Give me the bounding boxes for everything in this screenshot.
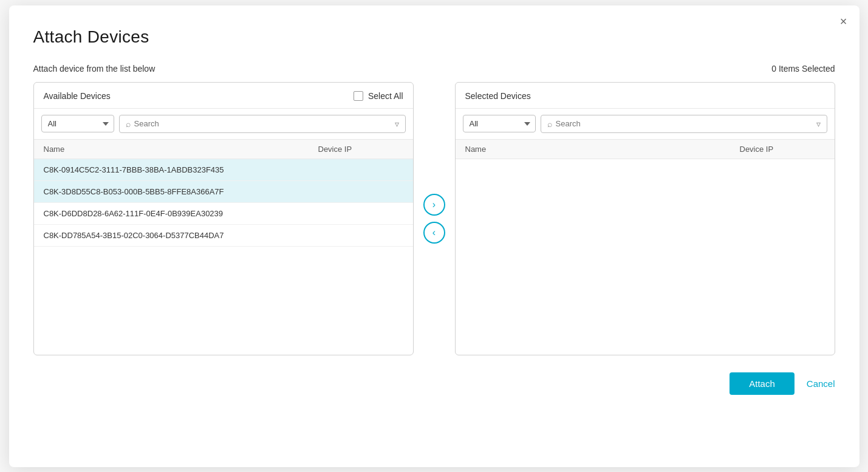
selected-search-input[interactable] — [556, 119, 813, 128]
modal-overlay: × Attach Devices Attach device from the … — [0, 0, 868, 472]
select-all-checkbox[interactable] — [354, 91, 363, 101]
selected-filter-select[interactable]: All — [463, 115, 536, 132]
table-row[interactable]: C8K-D6DD8D28-6A62-111F-0E4F-0B939EA30239 — [34, 203, 413, 225]
available-col-device-ip: Device IP — [318, 145, 403, 154]
selected-devices-panel: Selected Devices All ⌕ ▿ Name Device IP — [455, 82, 835, 355]
available-filter-select[interactable]: All — [41, 115, 114, 132]
transfer-left-button[interactable]: ‹ — [423, 222, 445, 244]
available-table-header: Name Device IP — [34, 140, 413, 159]
cancel-button[interactable]: Cancel — [807, 378, 835, 389]
table-row[interactable]: C8K-3D8D55C8-B053-000B-5BB5-8FFE8A366A7F — [34, 181, 413, 203]
available-panel-header: Available Devices Select All — [34, 83, 413, 109]
available-panel-filters: All ⌕ ▿ — [34, 109, 413, 140]
device-name: C8K-DD785A54-3B15-02C0-3064-D5377CB44DA7 — [44, 231, 318, 240]
selected-panel-header: Selected Devices — [456, 83, 835, 109]
selected-col-name: Name — [465, 145, 740, 154]
available-panel-title: Available Devices — [44, 91, 111, 101]
search-icon: ⌕ — [126, 119, 131, 129]
panels-row: Available Devices Select All All ⌕ ▿ — [33, 82, 835, 355]
select-all-label[interactable]: Select All — [368, 91, 403, 101]
table-row[interactable]: C8K-0914C5C2-3111-7BBB-38BA-1ABDB323F435 — [34, 159, 413, 181]
attach-button[interactable]: Attach — [730, 372, 795, 395]
subtitle-row: Attach device from the list below 0 Item… — [33, 64, 835, 74]
selected-search-box: ⌕ ▿ — [541, 115, 827, 133]
selected-panel-filters: All ⌕ ▿ — [456, 109, 835, 140]
search-icon: ⌕ — [547, 119, 552, 129]
device-name: C8K-D6DD8D28-6A62-111F-0E4F-0B939EA30239 — [44, 209, 318, 218]
items-selected-count: 0 Items Selected — [771, 64, 835, 74]
table-row[interactable]: C8K-DD785A54-3B15-02C0-3064-D5377CB44DA7 — [34, 225, 413, 247]
device-name: C8K-3D8D55C8-B053-000B-5BB5-8FFE8A366A7F — [44, 187, 318, 196]
modal-subtitle: Attach device from the list below — [33, 64, 155, 74]
available-table-body: C8K-0914C5C2-3111-7BBB-38BA-1ABDB323F435… — [34, 159, 413, 355]
selected-table-body — [456, 159, 835, 355]
selected-table-header: Name Device IP — [456, 140, 835, 159]
available-search-box: ⌕ ▿ — [119, 115, 406, 133]
modal-title: Attach Devices — [33, 27, 835, 47]
available-col-name: Name — [44, 145, 318, 154]
filter-icon[interactable]: ▿ — [816, 119, 821, 129]
transfer-buttons: › ‹ — [414, 194, 455, 244]
close-button[interactable]: × — [840, 15, 847, 27]
filter-icon[interactable]: ▿ — [395, 119, 399, 129]
selected-col-device-ip: Device IP — [740, 145, 825, 154]
available-search-input[interactable] — [134, 119, 391, 128]
available-devices-panel: Available Devices Select All All ⌕ ▿ — [33, 82, 414, 355]
selected-panel-title: Selected Devices — [465, 91, 531, 101]
modal-footer: Attach Cancel — [33, 372, 835, 395]
device-name: C8K-0914C5C2-3111-7BBB-38BA-1ABDB323F435 — [44, 165, 318, 174]
attach-devices-modal: × Attach Devices Attach device from the … — [9, 5, 859, 467]
select-all-row: Select All — [354, 91, 403, 101]
transfer-right-button[interactable]: › — [423, 194, 445, 216]
